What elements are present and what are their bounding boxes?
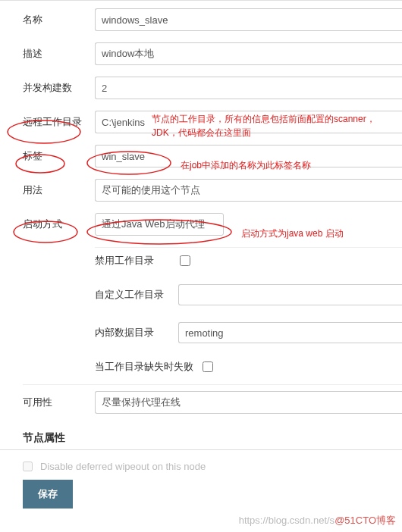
select-availability[interactable]: 尽量保持代理在线 bbox=[95, 391, 402, 414]
row-usage: 用法 尽可能的使用这个节点 bbox=[0, 179, 402, 202]
input-name[interactable] bbox=[95, 8, 402, 31]
checkbox-fail-missing[interactable] bbox=[203, 361, 213, 372]
watermark-red: @51CTO博客 bbox=[334, 515, 396, 526]
label-launch: 启动方式 bbox=[23, 217, 95, 231]
label-name: 名称 bbox=[23, 13, 95, 27]
checkbox-disabled-option bbox=[23, 462, 33, 471]
input-internal-dir[interactable] bbox=[178, 322, 402, 343]
sub-fail-missing: 当工作目录缺失时失败 bbox=[95, 354, 402, 380]
row-disabled-option: Disable deferred wipeout on this node bbox=[0, 458, 402, 480]
label-fail-missing: 当工作目录缺失时失败 bbox=[95, 360, 201, 374]
label-custom-workdir: 自定义工作目录 bbox=[95, 288, 178, 302]
disabled-option-text: Disable deferred wipeout on this node bbox=[40, 461, 206, 472]
label-disable-workdir: 禁用工作目录 bbox=[95, 254, 178, 268]
input-custom-workdir[interactable] bbox=[178, 284, 402, 305]
row-desc: 描述 bbox=[0, 42, 402, 65]
node-config-form: 名称 描述 并发构建数 远程工作目录 标签 用法 尽可能的使用这个节点 启动方式… bbox=[0, 1, 402, 509]
row-availability: 可用性 尽量保持代理在线 bbox=[0, 391, 402, 414]
label-desc: 描述 bbox=[23, 47, 95, 61]
checkbox-disable-workdir[interactable] bbox=[180, 255, 190, 266]
select-usage[interactable]: 尽可能的使用这个节点 bbox=[95, 179, 402, 202]
label-internal-dir: 内部数据目录 bbox=[95, 326, 178, 340]
label-executors: 并发构建数 bbox=[23, 81, 95, 95]
input-desc[interactable] bbox=[95, 42, 402, 65]
save-button[interactable]: 保存 bbox=[23, 480, 73, 509]
watermark-gray: https://blog.csdn.net/s bbox=[239, 515, 334, 526]
row-launch: 启动方式 通过Java Web启动代理 bbox=[0, 213, 402, 236]
row-remote-root: 远程工作目录 bbox=[0, 111, 402, 133]
row-labels: 标签 bbox=[0, 145, 402, 167]
row-executors: 并发构建数 bbox=[0, 77, 402, 99]
input-executors[interactable] bbox=[95, 77, 402, 99]
label-usage: 用法 bbox=[23, 183, 95, 197]
section-node-props: 节点属性 bbox=[0, 425, 402, 450]
row-name: 名称 bbox=[0, 8, 402, 31]
select-launch[interactable]: 通过Java Web启动代理 bbox=[95, 213, 224, 236]
input-labels[interactable] bbox=[95, 145, 402, 167]
launch-sub-section: 禁用工作目录 自定义工作目录 内部数据目录 当工作目录缺失时失败 bbox=[95, 247, 402, 380]
label-availability: 可用性 bbox=[23, 396, 95, 409]
input-remote-root[interactable] bbox=[95, 111, 402, 133]
sub-internal-dir: 内部数据目录 bbox=[95, 316, 402, 349]
label-labels: 标签 bbox=[23, 149, 95, 163]
watermark: https://blog.csdn.net/s@51CTO博客 bbox=[239, 514, 396, 527]
sub-custom-workdir: 自定义工作目录 bbox=[95, 278, 402, 311]
label-remote-root: 远程工作目录 bbox=[23, 115, 95, 129]
sub-disable-workdir: 禁用工作目录 bbox=[95, 247, 402, 274]
